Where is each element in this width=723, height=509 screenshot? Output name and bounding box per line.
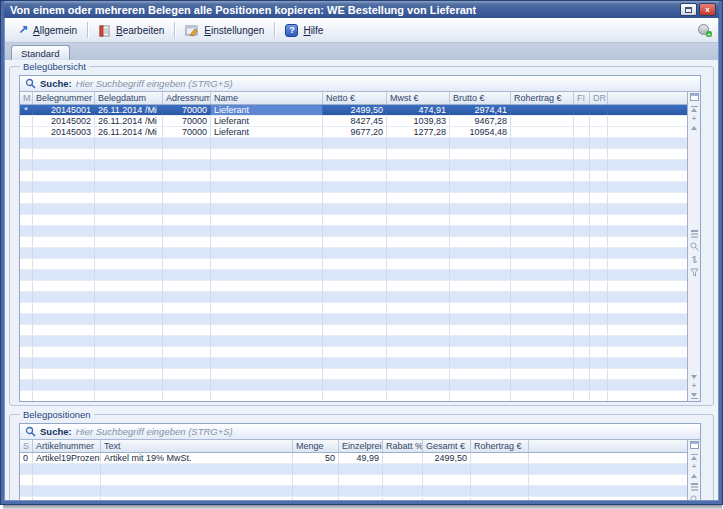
cell bbox=[471, 453, 529, 463]
cell: 1277,28 bbox=[387, 127, 450, 137]
scroll-last-icon[interactable] bbox=[691, 393, 698, 400]
column-header[interactable]: Rabatt % bbox=[383, 440, 423, 452]
cell: Artikel mit 19% MwSt. bbox=[101, 453, 293, 463]
empty-row bbox=[20, 226, 687, 237]
column-header[interactable]: Netto € bbox=[323, 92, 387, 104]
empty-row bbox=[20, 464, 687, 475]
empty-row bbox=[20, 182, 687, 193]
beleg-search-input[interactable]: Hier Suchbegriff eingeben (STRG+S) bbox=[76, 78, 233, 89]
cell: Lieferant bbox=[211, 105, 323, 115]
table-row[interactable]: 2014500226.11.2014 /Mi70000Lieferant8427… bbox=[20, 116, 687, 127]
empty-row bbox=[20, 380, 687, 391]
cell: 10954,48 bbox=[450, 127, 511, 137]
scroll-up-icon[interactable] bbox=[691, 126, 697, 130]
cell: 26.11.2014 /Mi bbox=[95, 105, 163, 115]
cell: 8427,45 bbox=[323, 116, 387, 126]
menu-toolbar: ↗ Allgemein Bearbeiten bbox=[5, 18, 718, 43]
cell: 49,99 bbox=[339, 453, 383, 463]
column-chooser-icon[interactable] bbox=[690, 93, 699, 101]
group-panel-icon[interactable] bbox=[690, 229, 699, 238]
cell: 70000 bbox=[163, 127, 211, 137]
column-header[interactable]: Adressnumm bbox=[163, 92, 211, 104]
close-button[interactable]: x bbox=[699, 3, 716, 16]
scroll-first-icon[interactable] bbox=[691, 453, 698, 460]
cell bbox=[590, 127, 608, 137]
empty-row bbox=[20, 193, 687, 204]
column-header[interactable]: Belegdatum bbox=[95, 92, 163, 104]
empty-row bbox=[20, 497, 687, 500]
positionen-search-input[interactable]: Hier Suchbegriff eingeben (STRG+S) bbox=[76, 426, 233, 437]
empty-row bbox=[20, 237, 687, 248]
search-panel-icon[interactable] bbox=[690, 495, 699, 500]
search-panel-icon[interactable] bbox=[690, 242, 699, 251]
positionen-search-bar[interactable]: Suche: Hier Suchbegriff eingeben (STRG+S… bbox=[20, 424, 700, 440]
empty-row bbox=[20, 138, 687, 149]
column-chooser-icon[interactable] bbox=[690, 441, 699, 449]
menu-einstellungen[interactable]: Einstellungen bbox=[178, 20, 271, 40]
column-header[interactable]: FI bbox=[574, 92, 590, 104]
cell bbox=[590, 105, 608, 115]
column-header[interactable]: Mwst € bbox=[387, 92, 450, 104]
positionen-table-sidebar: + bbox=[687, 440, 700, 500]
cell: 2499,50 bbox=[323, 105, 387, 115]
beleg-search-bar[interactable]: Suche: Hier Suchbegriff eingeben (STRG+S… bbox=[20, 76, 700, 92]
group-belegpositionen: Belegpositionen Suche: Hier Suchbegriff … bbox=[9, 409, 714, 500]
toolbar-separator bbox=[174, 22, 175, 38]
menu-hilfe[interactable]: ? Hilfe bbox=[278, 20, 330, 40]
globe-sync-icon[interactable]: + bbox=[698, 24, 712, 37]
column-header[interactable]: Brutto € bbox=[450, 92, 511, 104]
table-row[interactable]: 2014500326.11.2014 /Mi70000Lieferant9677… bbox=[20, 127, 687, 138]
cell: 2974,41 bbox=[450, 105, 511, 115]
scroll-first-icon[interactable] bbox=[691, 105, 698, 112]
cell-filler bbox=[608, 105, 687, 115]
row-nav-icon[interactable]: + bbox=[692, 116, 697, 122]
scroll-down-icon[interactable] bbox=[691, 375, 697, 379]
column-header[interactable]: Rohertrag € bbox=[471, 440, 529, 452]
sort-icon[interactable] bbox=[690, 255, 699, 264]
column-header[interactable]: Text bbox=[101, 440, 293, 452]
cell bbox=[574, 116, 590, 126]
column-header[interactable]: DR bbox=[590, 92, 608, 104]
toolbar-separator bbox=[87, 22, 88, 38]
column-header[interactable]: Menge bbox=[293, 440, 339, 452]
row-nav-icon[interactable]: + bbox=[692, 383, 697, 389]
empty-row bbox=[20, 248, 687, 259]
tab-standard[interactable]: Standard bbox=[11, 45, 70, 60]
cell: 0 bbox=[20, 453, 33, 463]
table-row[interactable]: *2014500126.11.2014 /Mi70000Lieferant249… bbox=[20, 105, 687, 116]
tab-strip: Standard bbox=[5, 43, 718, 60]
cell-filler bbox=[529, 453, 687, 463]
row-nav-icon[interactable]: + bbox=[692, 464, 697, 470]
table-row[interactable]: 0Artikel19ProzentArtikel mit 19% MwSt.50… bbox=[20, 453, 687, 464]
column-header[interactable]: M bbox=[20, 92, 33, 104]
empty-row bbox=[20, 204, 687, 215]
menu-bearbeiten[interactable]: Bearbeiten bbox=[91, 20, 171, 40]
settings-icon bbox=[185, 24, 199, 37]
beleg-table-sidebar: + bbox=[687, 92, 700, 401]
arrow-up-right-icon: ↗ bbox=[18, 25, 28, 35]
scroll-up-icon[interactable] bbox=[691, 474, 697, 478]
cell: 70000 bbox=[163, 116, 211, 126]
cell bbox=[590, 116, 608, 126]
empty-row bbox=[20, 270, 687, 281]
maximize-button[interactable] bbox=[680, 3, 697, 16]
empty-row bbox=[20, 336, 687, 347]
column-header[interactable]: Einzelpreis € bbox=[339, 440, 383, 452]
column-header[interactable]: Belegnummer bbox=[33, 92, 95, 104]
empty-row bbox=[20, 149, 687, 160]
empty-row bbox=[20, 369, 687, 380]
cell: 70000 bbox=[163, 105, 211, 115]
column-header[interactable]: Artikelnummer bbox=[33, 440, 101, 452]
column-header[interactable]: Name bbox=[211, 92, 323, 104]
column-header[interactable]: Rohertrag € bbox=[511, 92, 574, 104]
filter-icon[interactable] bbox=[690, 268, 699, 277]
client-area: ↗ Allgemein Bearbeiten bbox=[4, 18, 719, 501]
group-panel-icon[interactable] bbox=[690, 482, 699, 491]
beleg-panel: Suche: Hier Suchbegriff eingeben (STRG+S… bbox=[19, 75, 701, 402]
column-header[interactable]: S bbox=[20, 440, 33, 452]
empty-row bbox=[20, 358, 687, 369]
cell bbox=[511, 127, 574, 137]
cell bbox=[511, 116, 574, 126]
column-header[interactable]: Gesamt € bbox=[423, 440, 471, 452]
menu-allgemein[interactable]: ↗ Allgemein bbox=[11, 20, 84, 40]
